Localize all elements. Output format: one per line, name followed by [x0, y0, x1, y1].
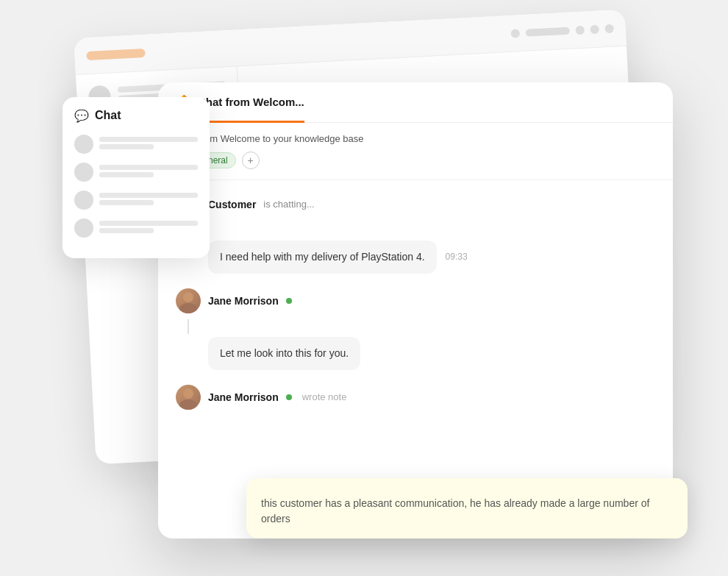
list-item[interactable] — [74, 218, 198, 238]
tab-label: Chat from Welcom... — [198, 96, 304, 108]
agent-message-group-1: Jane Morrison Let me look into this for … — [176, 288, 655, 370]
agent-bubble: Let me look into this for you. — [208, 337, 360, 370]
chat-tags: 📁 General + — [176, 152, 655, 169]
text-lines — [99, 165, 198, 179]
line — [99, 193, 198, 198]
add-tag-button[interactable]: + — [242, 152, 260, 169]
list-item[interactable] — [74, 135, 198, 154]
line — [99, 165, 198, 170]
avatar — [74, 218, 93, 238]
agent-photo-2 — [176, 385, 201, 410]
online-status-dot-2 — [286, 394, 292, 400]
main-chat-card: 🔶 Chat from Welcom... Chat from Welcome … — [158, 82, 673, 538]
scene: 💬 Chat — [40, 24, 688, 553]
avatar — [74, 191, 93, 210]
bg-circle-3 — [590, 24, 599, 34]
subheader-title: Chat from Welcome to your knowledge base — [176, 133, 655, 144]
message-row: Let me look into this for you. — [208, 337, 655, 370]
text-lines — [99, 193, 198, 207]
thread-line — [188, 319, 189, 334]
chat-icon: 💬 — [74, 109, 89, 123]
customer-sender: ✏️ Customer is chatting... — [176, 192, 655, 217]
note-action: wrote note — [302, 391, 347, 402]
avatar — [74, 135, 93, 154]
customer-bubble: I need help with my delivery of PlayStat… — [208, 241, 437, 274]
list-item[interactable] — [74, 191, 198, 210]
bg-pill-sm — [526, 26, 570, 36]
list-item[interactable] — [74, 163, 198, 182]
agent-name: Jane Morrison — [208, 295, 279, 307]
customer-status: is chatting... — [263, 199, 314, 210]
message-time: 09:33 — [446, 252, 468, 262]
agent-sender-2: Jane Morrison wrote note — [176, 385, 655, 410]
svg-point-2 — [183, 388, 193, 399]
agent-message-content: Let me look into this for you. — [208, 337, 655, 370]
avatar — [74, 163, 93, 182]
chat-header: 🔶 Chat from Welcom... — [158, 82, 673, 123]
message-row: I need help with my delivery of PlayStat… — [208, 241, 655, 274]
svg-point-1 — [179, 303, 197, 313]
agent-note-group: Jane Morrison wrote note — [176, 385, 655, 410]
line — [99, 221, 198, 226]
text-lines — [99, 221, 198, 235]
line-short — [99, 200, 154, 205]
agent-photo — [176, 288, 201, 313]
note-text: this customer has a pleasant communicati… — [261, 496, 673, 527]
bg-pill — [86, 48, 146, 60]
svg-point-3 — [179, 399, 197, 410]
agent-avatar-2 — [176, 385, 201, 410]
chat-subheader: Chat from Welcome to your knowledge base… — [158, 123, 673, 180]
left-panel-title: Chat — [95, 109, 121, 122]
line-short — [99, 144, 154, 149]
line — [99, 137, 198, 142]
bg-circle-4 — [604, 24, 614, 33]
text-lines — [99, 137, 198, 152]
bg-circle-1 — [510, 28, 520, 38]
note-card: this customer has a pleasant communicati… — [246, 478, 688, 538]
agent-avatar — [176, 288, 201, 313]
line-short — [99, 172, 154, 177]
svg-point-0 — [183, 292, 193, 302]
online-status-dot — [286, 298, 292, 304]
bg-circle-2 — [575, 25, 585, 35]
line-short — [99, 228, 154, 233]
left-panel-header: 💬 Chat — [74, 109, 198, 123]
customer-name: Customer — [208, 199, 256, 210]
agent-sender: Jane Morrison — [176, 288, 655, 313]
chat-list-panel: 💬 Chat — [63, 97, 210, 258]
agent-name-2: Jane Morrison — [208, 391, 279, 403]
customer-message-group: ✏️ Customer is chatting... I need help w… — [176, 192, 655, 274]
customer-message-content: I need help with my delivery of PlayStat… — [208, 241, 655, 274]
